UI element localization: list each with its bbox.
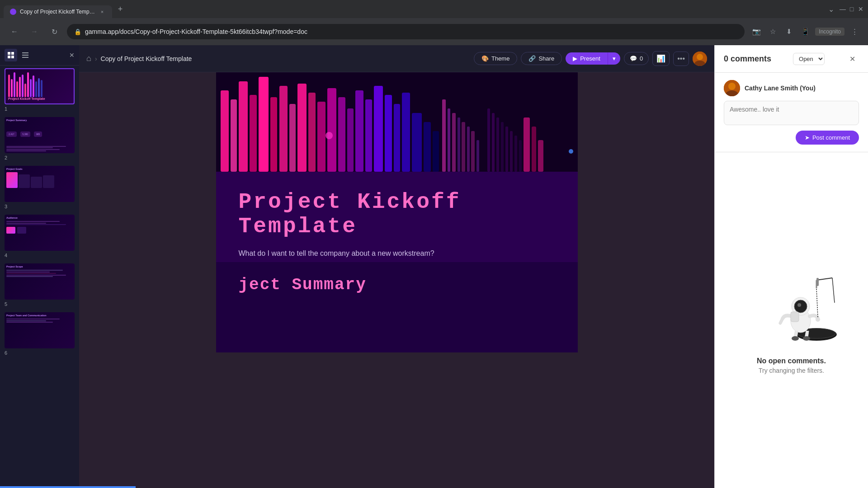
svg-rect-47 bbox=[487, 108, 490, 172]
slide-thumb-image-6: Project Team and Communication bbox=[5, 312, 75, 348]
address-bar[interactable]: 🔒 gamma.app/docs/Copy-of-Project-Kickoff… bbox=[67, 24, 745, 39]
svg-point-65 bbox=[797, 303, 801, 307]
slide-1: Project Kickoff Template What do I want … bbox=[216, 72, 578, 262]
more-options-button[interactable]: ••• bbox=[673, 52, 689, 66]
post-comment-button[interactable]: ➤ Post comment bbox=[796, 131, 859, 145]
close-window-button[interactable]: ✕ bbox=[857, 5, 864, 13]
slide-thumbnail-6[interactable]: Project Team and Communication 6 bbox=[0, 310, 79, 358]
slide-thumbnail-3[interactable]: Project Goals 3 bbox=[0, 163, 79, 212]
incognito-badge: Incognito bbox=[815, 28, 844, 36]
comments-filter-select[interactable]: Open bbox=[793, 53, 825, 65]
back-button[interactable]: ← bbox=[7, 24, 22, 39]
slide-thumbnail-4[interactable]: Audience 4 bbox=[0, 212, 79, 261]
panel-close-button[interactable]: ✕ bbox=[69, 52, 75, 59]
browser-tabs: Copy of Project Kickoff Templat... × + ⌄… bbox=[0, 0, 868, 18]
svg-rect-36 bbox=[442, 99, 446, 172]
device-icon[interactable]: 📱 bbox=[799, 25, 811, 38]
slide-thumb-image-5: Project Scope bbox=[5, 263, 75, 300]
present-dropdown-button[interactable]: ▾ bbox=[608, 52, 620, 65]
svg-rect-33 bbox=[433, 131, 439, 172]
new-tab-button[interactable]: + bbox=[114, 3, 127, 15]
svg-rect-39 bbox=[458, 117, 460, 172]
slide-thumb-image-4: Audience bbox=[5, 215, 75, 251]
svg-rect-43 bbox=[476, 140, 479, 172]
tab-more-button[interactable]: ⌄ bbox=[826, 3, 835, 15]
slide-2: ject Summary bbox=[216, 262, 578, 352]
svg-rect-42 bbox=[471, 131, 475, 172]
reload-button[interactable]: ↻ bbox=[47, 24, 61, 39]
forward-button[interactable]: → bbox=[27, 24, 42, 39]
download-icon[interactable]: ⬇ bbox=[783, 25, 795, 38]
grid-view-toggle[interactable] bbox=[5, 49, 17, 61]
share-button[interactable]: 🔗 Share bbox=[521, 52, 562, 65]
svg-rect-46 bbox=[538, 140, 543, 172]
minimize-button[interactable]: — bbox=[839, 5, 846, 13]
commenter-avatar bbox=[724, 80, 740, 96]
browser-toolbar-icons: 📷 ☆ ⬇ 📱 Incognito ⋮ bbox=[750, 25, 861, 38]
svg-rect-15 bbox=[259, 77, 269, 172]
extensions-icon[interactable]: ⋮ bbox=[848, 25, 861, 38]
no-comments-subtitle: Try changing the filters. bbox=[759, 367, 824, 374]
post-icon: ➤ bbox=[805, 134, 810, 141]
camera-icon[interactable]: 📷 bbox=[750, 25, 763, 38]
thumb-6-label: Project Team and Communication bbox=[6, 314, 73, 317]
share-icon: 🔗 bbox=[528, 55, 536, 62]
astronaut-illustration bbox=[746, 267, 837, 348]
svg-point-64 bbox=[794, 300, 807, 313]
slide-num-3: 3 bbox=[5, 204, 75, 209]
list-view-toggle[interactable] bbox=[19, 49, 32, 61]
svg-rect-14 bbox=[250, 95, 257, 172]
svg-rect-29 bbox=[394, 104, 400, 172]
theme-button[interactable]: 🎨 Theme bbox=[474, 52, 517, 65]
svg-rect-50 bbox=[501, 122, 504, 172]
comment-user-info: Cathy Lane Smith (You) bbox=[724, 80, 859, 96]
svg-rect-28 bbox=[385, 95, 392, 172]
user-avatar[interactable] bbox=[693, 52, 707, 66]
svg-point-68 bbox=[803, 336, 810, 341]
slide-num-4: 4 bbox=[5, 253, 75, 258]
svg-rect-13 bbox=[239, 81, 248, 172]
present-button-group: ▶ Present ▾ bbox=[566, 52, 620, 65]
svg-point-56 bbox=[728, 83, 736, 90]
svg-point-8 bbox=[697, 54, 703, 60]
comments-title: 0 comments bbox=[724, 54, 771, 64]
comments-button[interactable]: 💬 0 bbox=[624, 52, 649, 65]
svg-rect-51 bbox=[505, 127, 508, 172]
svg-rect-52 bbox=[510, 131, 513, 172]
comments-empty-state: No open comments. Try changing the filte… bbox=[715, 152, 868, 488]
comments-close-button[interactable]: ✕ bbox=[846, 52, 859, 65]
app-toolbar: ⌂ › Copy of Project Kickoff Template 🎨 T… bbox=[79, 45, 714, 72]
slide-2-title: ject Summary bbox=[239, 276, 555, 294]
comment-input-field[interactable] bbox=[724, 101, 859, 125]
app-layout: ✕ Projec bbox=[0, 45, 868, 488]
maximize-button[interactable]: □ bbox=[848, 5, 855, 13]
svg-rect-22 bbox=[327, 88, 336, 172]
thumb-2-label: Project Summary bbox=[6, 119, 73, 122]
svg-rect-27 bbox=[374, 86, 383, 172]
home-icon[interactable]: ⌂ bbox=[86, 54, 91, 63]
analytics-button[interactable]: 📊 bbox=[652, 51, 670, 66]
slide-thumbnail-1[interactable]: Project Kickoff Template 1 bbox=[0, 66, 79, 114]
tab-close-button[interactable]: × bbox=[99, 8, 106, 15]
slide-thumb-image-3: Project Goals bbox=[5, 166, 75, 202]
svg-point-67 bbox=[792, 336, 799, 341]
svg-rect-16 bbox=[270, 97, 277, 172]
svg-rect-53 bbox=[514, 136, 517, 172]
svg-rect-19 bbox=[297, 84, 307, 172]
play-icon: ▶ bbox=[573, 55, 577, 62]
svg-rect-26 bbox=[365, 99, 372, 172]
slide-thumbnail-5[interactable]: Project Scope 5 bbox=[0, 261, 79, 310]
svg-point-71 bbox=[816, 317, 820, 322]
slide-1-title: Project Kickoff Template bbox=[239, 190, 555, 239]
comments-filter: Open bbox=[793, 53, 825, 65]
slide-thumb-image-2: Project Summary 2,417 5,380 985 bbox=[5, 117, 75, 153]
svg-rect-66 bbox=[791, 312, 799, 322]
svg-rect-38 bbox=[452, 113, 456, 172]
browser-tab-active[interactable]: Copy of Project Kickoff Templat... × bbox=[4, 5, 112, 18]
bookmark-icon[interactable]: ☆ bbox=[766, 25, 779, 38]
browser-chrome: Copy of Project Kickoff Templat... × + ⌄… bbox=[0, 0, 868, 45]
present-button[interactable]: ▶ Present bbox=[566, 52, 608, 65]
svg-rect-25 bbox=[355, 90, 363, 172]
slide-thumbnail-2[interactable]: Project Summary 2,417 5,380 985 2 bbox=[0, 114, 79, 163]
svg-rect-24 bbox=[347, 108, 354, 172]
